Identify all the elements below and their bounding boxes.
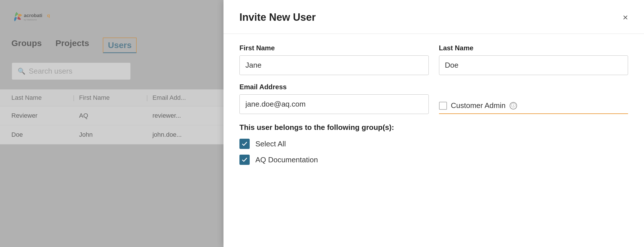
customer-admin-group: Customer Admin ⓘ xyxy=(439,101,628,114)
last-name-input[interactable] xyxy=(439,55,628,75)
background-panel: acrobati q by VitalSource Groups Project… xyxy=(0,0,223,247)
select-all-checkbox[interactable] xyxy=(239,139,250,149)
modal-header: Invite New User × xyxy=(239,11,628,23)
group-select-all-row: Select All xyxy=(239,139,628,149)
table-row[interactable]: Doe | John | john.doe... xyxy=(0,125,223,144)
first-name-label: First Name xyxy=(239,44,429,52)
cell-email: reviewer... xyxy=(152,112,181,119)
col-header-first-name: First Name xyxy=(79,94,142,101)
customer-admin-wrapper: Customer Admin ⓘ xyxy=(439,101,628,114)
logo-area: acrobati q by VitalSource xyxy=(0,0,223,32)
close-button[interactable]: × xyxy=(623,13,628,22)
col-header-last-name: Last Name xyxy=(11,94,68,101)
invite-user-modal: Invite New User × First Name Last Name E… xyxy=(223,0,644,247)
email-label: Email Address xyxy=(239,83,429,91)
email-row: Email Address Customer Admin ⓘ xyxy=(239,83,628,114)
aq-documentation-checkbox[interactable] xyxy=(239,155,250,165)
first-name-group: First Name xyxy=(239,44,429,75)
search-bar[interactable]: 🔍 Search users xyxy=(11,62,131,80)
cell-last-name: Reviewer xyxy=(11,112,68,119)
email-input[interactable] xyxy=(239,94,429,114)
last-name-label: Last Name xyxy=(439,44,628,52)
info-icon[interactable]: ⓘ xyxy=(510,102,517,109)
first-name-input[interactable] xyxy=(239,55,429,75)
table-row[interactable]: Reviewer | AQ | reviewer... xyxy=(0,106,223,125)
customer-admin-label: Customer Admin xyxy=(451,101,506,110)
last-name-group: Last Name xyxy=(439,44,628,75)
nav-tabs: Groups Projects Users xyxy=(0,32,223,53)
tab-projects[interactable]: Projects xyxy=(56,38,89,52)
name-row: First Name Last Name xyxy=(239,44,628,75)
cell-email: john.doe... xyxy=(152,131,182,138)
svg-text:acrobati: acrobati xyxy=(24,13,42,18)
col-header-email: Email Add... xyxy=(152,94,186,101)
search-placeholder: Search users xyxy=(29,67,72,76)
modal-title: Invite New User xyxy=(239,11,316,23)
tab-groups[interactable]: Groups xyxy=(11,38,42,52)
cell-last-name: Doe xyxy=(11,131,68,138)
cell-first-name: John xyxy=(79,131,142,138)
group-aq-doc-row: AQ Documentation xyxy=(239,155,628,165)
svg-text:by VitalSource: by VitalSource xyxy=(24,19,37,21)
table-header: Last Name | First Name | Email Add... xyxy=(0,90,223,106)
divider xyxy=(223,34,644,34)
groups-heading: This user belongs to the following group… xyxy=(239,123,628,132)
select-all-label: Select All xyxy=(255,140,286,148)
email-group: Email Address xyxy=(239,83,429,114)
aq-documentation-label: AQ Documentation xyxy=(255,155,318,164)
svg-text:q: q xyxy=(47,13,50,18)
customer-admin-checkbox[interactable] xyxy=(439,102,447,110)
cell-first-name: AQ xyxy=(79,112,142,119)
search-icon: 🔍 xyxy=(18,68,25,75)
users-table: Last Name | First Name | Email Add... Re… xyxy=(0,89,223,144)
tab-users[interactable]: Users xyxy=(103,38,137,53)
